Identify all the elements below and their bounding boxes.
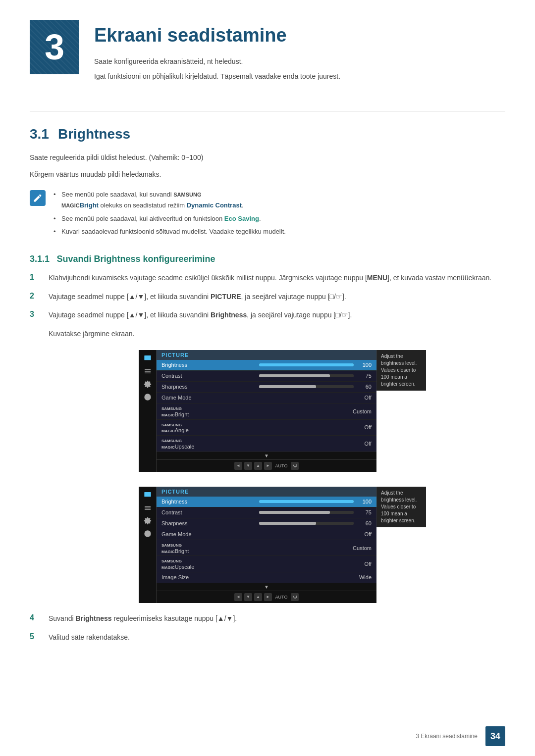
monitor-2-row-brightness: Brightness 100 bbox=[157, 497, 376, 507]
monitor-1-row-gamemode: Game Mode Off bbox=[157, 393, 376, 403]
chapter-header: 3 Ekraani seadistamine Saate konfigureer… bbox=[30, 0, 535, 101]
row-label-sharpness: Sharpness bbox=[161, 384, 256, 390]
svg-rect-3 bbox=[145, 373, 151, 373]
chapter-number-text: 3 bbox=[45, 27, 64, 67]
monitor-1-row-contrast: Contrast 75 bbox=[157, 371, 376, 382]
footer-page-num: 34 bbox=[485, 726, 505, 746]
m2-row-val-brightness: 100 bbox=[357, 499, 372, 504]
monitor-icon-menu bbox=[142, 367, 153, 376]
row-bar-sharpness bbox=[259, 385, 354, 388]
step-5-num: 5 bbox=[30, 632, 45, 641]
m2-row-bar-contrast bbox=[259, 511, 354, 514]
step-3-num: 3 bbox=[30, 310, 45, 319]
ctrl-up: ▲ bbox=[254, 462, 262, 470]
step-5: 5 Valitud säte rakendatakse. bbox=[30, 632, 505, 644]
m2-row-label-sharpness: Sharpness bbox=[161, 520, 256, 526]
section-num: 3.1 bbox=[30, 126, 49, 142]
section-heading: 3.1 Brightness bbox=[30, 126, 505, 142]
m2-ctrl-up: ▲ bbox=[254, 593, 262, 601]
monitor-1-sidebar bbox=[139, 350, 157, 472]
row-label-upscale: SAMSUNGMAGICUpscale bbox=[161, 437, 259, 450]
svg-rect-7 bbox=[145, 506, 151, 506]
step-4-num: 4 bbox=[30, 613, 45, 622]
sub-note: Kuvatakse järgmine ekraan. bbox=[49, 328, 505, 340]
pencil-icon bbox=[33, 193, 43, 203]
monitor-icon-tv bbox=[142, 354, 153, 363]
monitor-2-menu-area: PICTURE Brightness 100 Contrast bbox=[157, 487, 376, 603]
row-label-contrast: Contrast bbox=[161, 373, 256, 379]
m2-row-label-bright: SAMSUNGMAGICBright bbox=[161, 542, 257, 554]
monitor-2-row-imagesize: Image Size Wide bbox=[157, 572, 376, 583]
row-val-bright: Custom bbox=[353, 408, 372, 414]
section-title: Brightness bbox=[58, 126, 130, 142]
svg-rect-6 bbox=[144, 492, 151, 497]
monitor-1-content: PICTURE Brightness 100 Contrast bbox=[139, 350, 376, 472]
chapter-desc1: Saate konfigureerida ekraanisätteid, nt … bbox=[94, 56, 340, 67]
m2-row-label-brightness: Brightness bbox=[161, 499, 256, 504]
svg-rect-0 bbox=[144, 355, 151, 360]
monitor-2-row-gamemode: Game Mode Off bbox=[157, 529, 376, 540]
monitor-2-header: PICTURE bbox=[157, 487, 376, 497]
row-bar-contrast bbox=[259, 374, 354, 377]
page-wrapper: 3 Ekraani seadistamine Saate konfigureer… bbox=[0, 0, 535, 756]
subsection-num: 3.1.1 bbox=[30, 254, 50, 264]
note-icon bbox=[30, 190, 46, 206]
row-val-gamemode: Off bbox=[357, 395, 372, 401]
ctrl-down: ▼ bbox=[244, 462, 252, 470]
row-val-contrast: 75 bbox=[357, 373, 372, 379]
svg-rect-1 bbox=[145, 369, 151, 370]
m2-row-val-upscale: Off bbox=[357, 561, 372, 567]
m2-row-label-gamemode: Game Mode bbox=[161, 531, 259, 537]
monitor-2-row-sharpness: Sharpness 60 bbox=[157, 518, 376, 529]
subsection-title: Suvandi Brightness konfigureerimine bbox=[57, 254, 215, 264]
monitor-1-controls: ◄ ▼ ▲ ► AUTO ⏻ bbox=[157, 459, 376, 472]
note-box: See menüü pole saadaval, kui suvandi SAM… bbox=[30, 189, 505, 239]
monitor-1-row-upscale: SAMSUNGMAGICUpscale Off bbox=[157, 436, 376, 452]
m2-row-val-bright: Custom bbox=[353, 545, 372, 551]
monitor-2-row-bright: SAMSUNGMAGICBright Custom bbox=[157, 540, 376, 556]
note-item-3: Kuvari saadaolevad funktsioonid sõltuvad… bbox=[54, 226, 505, 237]
m2-ctrl-power: ⏻ bbox=[291, 593, 299, 601]
subsection-311-heading: 3.1.1 Suvandi Brightness konfigureerimin… bbox=[30, 254, 505, 264]
step-4: 4 Suvandi Brightness reguleerimiseks kas… bbox=[30, 613, 505, 625]
step-1-text: Klahvijuhendi kuvamiseks vajutage seadme… bbox=[49, 272, 505, 284]
step-2-text: Vajutage seadmel nuppe [▲/▼], et liikuda… bbox=[49, 291, 505, 303]
chapter-desc2: Igat funktsiooni on põhjalikult kirjelda… bbox=[94, 71, 340, 82]
chapter-title: Ekraani seadistamine bbox=[94, 25, 340, 46]
monitor-1-row-angle: SAMSUNGMAGICAngle Off bbox=[157, 420, 376, 436]
step-2: 2 Vajutage seadmel nuppe [▲/▼], et liiku… bbox=[30, 291, 505, 303]
m2-row-val-imagesize: Wide bbox=[357, 574, 372, 580]
section-desc1: Saate reguleerida pildi üldist heledust.… bbox=[30, 152, 505, 164]
monitor-screenshot-2: PICTURE Brightness 100 Contrast bbox=[139, 487, 426, 603]
ctrl-right: ► bbox=[264, 462, 272, 470]
row-label-brightness: Brightness bbox=[161, 362, 256, 368]
footer-chapter-text: 3 Ekraani seadistamine bbox=[416, 733, 478, 740]
m2-row-bar-brightness bbox=[259, 500, 354, 503]
monitor-2-hint: Adjust the brightness level. Values clos… bbox=[376, 487, 426, 527]
chapter-number: 3 bbox=[30, 20, 79, 74]
m2-ctrl-down: ▼ bbox=[244, 593, 252, 601]
monitor-2-scroll-down: ▼ bbox=[157, 583, 376, 591]
section-divider bbox=[30, 111, 505, 111]
monitor-2-controls: ◄ ▼ ▲ ► AUTO ⏻ bbox=[157, 591, 376, 603]
monitor-2-icon-tv bbox=[142, 491, 153, 500]
section-desc2: Kõrgem väärtus muudab pildi heledamaks. bbox=[30, 169, 505, 181]
monitor-2-row-upscale: SAMSUNGMAGICUpscale Off bbox=[157, 556, 376, 572]
row-label-gamemode: Game Mode bbox=[161, 395, 259, 401]
row-val-brightness: 100 bbox=[357, 362, 372, 368]
svg-rect-8 bbox=[145, 507, 151, 508]
monitor-2-sidebar bbox=[139, 487, 157, 603]
step-2-num: 2 bbox=[30, 292, 45, 301]
monitor-1-row-bright: SAMSUNGMAGICBright Custom bbox=[157, 403, 376, 420]
m2-row-val-gamemode: Off bbox=[357, 531, 372, 537]
monitor-icon-settings1 bbox=[142, 380, 153, 389]
m2-row-bar-sharpness bbox=[259, 522, 354, 525]
row-val-upscale: Off bbox=[357, 441, 372, 447]
note-item-1: See menüü pole saadaval, kui suvandi SAM… bbox=[54, 189, 505, 211]
monitor-2-content: PICTURE Brightness 100 Contrast bbox=[139, 487, 376, 603]
m2-ctrl-auto: AUTO bbox=[274, 593, 289, 601]
m2-row-label-contrast: Contrast bbox=[161, 509, 256, 515]
row-val-sharpness: 60 bbox=[357, 384, 372, 390]
svg-rect-9 bbox=[145, 509, 151, 509]
step-3: 3 Vajutage seadmel nuppe [▲/▼], et liiku… bbox=[30, 309, 505, 321]
